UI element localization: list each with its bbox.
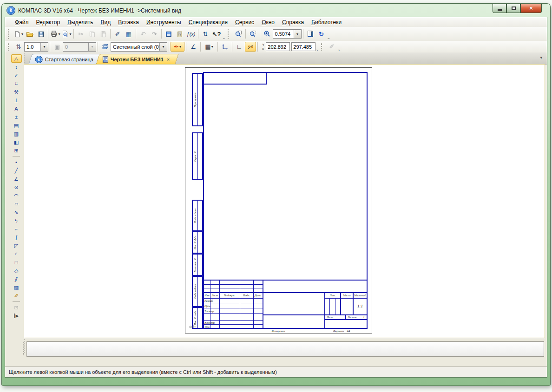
combo-arrow-icon[interactable]: ▾ bbox=[294, 30, 301, 38]
copy-button[interactable] bbox=[86, 29, 98, 39]
panel-geometry-button[interactable]: △ bbox=[11, 54, 22, 63]
menu-view[interactable]: Вид bbox=[98, 18, 114, 26]
close-button[interactable]: × bbox=[520, 4, 542, 13]
combo-arrow-icon[interactable]: ▾ bbox=[88, 43, 96, 51]
menu-editor[interactable]: Редактор bbox=[33, 18, 64, 26]
panel-measurements-button[interactable]: A bbox=[11, 105, 22, 113]
redo-button[interactable]: ↷ bbox=[149, 29, 160, 39]
local-frame-button[interactable]: ⊡ bbox=[11, 303, 22, 312]
new-document-button[interactable]: ▾ bbox=[13, 29, 24, 39]
maximize-button[interactable] bbox=[506, 4, 520, 13]
fillet-tool-button[interactable]: ◜ bbox=[11, 250, 22, 258]
fx-button[interactable]: ƒ(x) bbox=[185, 29, 197, 39]
tab-start-page[interactable]: К Стартовая страница bbox=[28, 54, 102, 64]
renumber-button[interactable]: ⇅ bbox=[200, 29, 211, 39]
circle-tool-button[interactable]: ⊙ bbox=[11, 183, 22, 191]
copy-properties-button[interactable]: ✐ bbox=[112, 29, 123, 39]
polygon-tool-button[interactable]: ◇ bbox=[11, 267, 22, 275]
panel-construction-button[interactable]: ⌗ bbox=[11, 79, 22, 88]
grid-button[interactable]: ▦ ▾ bbox=[202, 42, 216, 52]
snaps-button[interactable] bbox=[245, 42, 256, 52]
menu-libraries[interactable]: Библиотеки bbox=[308, 18, 345, 26]
drawing-sheet[interactable]: Перв. примен. Справ. № Подп. и дата Инв.… bbox=[185, 67, 372, 333]
hatch-lines-tool-button[interactable]: ∥ bbox=[11, 275, 22, 283]
panel-designations-button[interactable]: ✓ bbox=[11, 71, 22, 79]
panel-dimensions-button[interactable]: ↕ bbox=[11, 63, 22, 71]
refresh-view-button[interactable]: ↻ bbox=[316, 29, 327, 39]
menu-select[interactable]: Выделить bbox=[64, 18, 96, 26]
toolbar-overflow-icon[interactable]: ⌄ bbox=[327, 35, 331, 40]
panel-parametrization-button[interactable]: ⊥ bbox=[11, 96, 22, 105]
hatch-tool-button[interactable]: ▨ bbox=[11, 283, 22, 292]
menu-specification[interactable]: Спецификация bbox=[185, 18, 231, 26]
save-button[interactable] bbox=[35, 29, 46, 39]
property-bar[interactable] bbox=[26, 341, 544, 357]
menu-file[interactable]: Файл bbox=[12, 18, 32, 26]
menu-window[interactable]: Окно bbox=[258, 18, 278, 26]
title-block[interactable]: Изм Лист № докум. Подп. Дата Разраб. Про… bbox=[203, 280, 368, 329]
titlebar[interactable]: К КОМПАС-3D V16 x64 - Чертеж БЕЗ ИМЕНИ1 … bbox=[5, 4, 547, 17]
tab-list-dropdown-icon[interactable]: ▾ bbox=[540, 55, 542, 60]
open-document-button[interactable] bbox=[24, 29, 35, 39]
undo-button[interactable]: ↶ bbox=[138, 29, 149, 39]
line-style-button[interactable]: ✒ ▾ bbox=[171, 42, 184, 52]
cut-button[interactable]: ✂ bbox=[75, 29, 86, 39]
polyline-tool-button[interactable]: ∠ bbox=[11, 175, 22, 183]
combo-arrow-icon[interactable]: ▾ bbox=[159, 43, 167, 51]
toolbar-grip[interactable] bbox=[8, 43, 11, 51]
table-button[interactable]: ▦ bbox=[123, 29, 134, 39]
zoom-scale-combo[interactable]: 0.5074 ▾ bbox=[273, 29, 302, 39]
menu-insert[interactable]: Вставка bbox=[115, 18, 142, 26]
local-csys-button[interactable] bbox=[219, 42, 230, 52]
toolbar-overflow-icon[interactable]: ⌄ bbox=[337, 47, 341, 52]
calculator-button[interactable] bbox=[174, 29, 185, 39]
zoom-to-page-button[interactable] bbox=[233, 29, 244, 39]
connected-lines-tool-button[interactable]: ⌐ bbox=[11, 225, 22, 233]
combo-arrow-icon[interactable]: ▾ bbox=[40, 43, 48, 51]
panel-macro-button[interactable]: ⊞ bbox=[11, 146, 22, 155]
ellipse-tool-button[interactable]: ○ bbox=[11, 200, 22, 208]
panel-insertion-button[interactable]: ◧ bbox=[11, 138, 22, 146]
fill-tool-button[interactable]: ✐ bbox=[11, 292, 22, 300]
panel-expander[interactable]: ▶ bbox=[14, 314, 19, 318]
panel-specification-button[interactable]: ▤ bbox=[11, 121, 22, 130]
segment-tool-button[interactable]: ╱ bbox=[11, 166, 22, 175]
coordinate-y-input[interactable] bbox=[291, 42, 315, 51]
tab-drawing-document[interactable]: Чертеж БЕЗ ИМЕНИ1 × bbox=[96, 54, 179, 64]
angle-snap-button[interactable]: ∠ bbox=[188, 42, 199, 52]
spline-tool-button[interactable]: ∫ bbox=[11, 233, 22, 242]
print-preview-button[interactable]: ▾ bbox=[61, 29, 72, 39]
zoom-by-frame-button[interactable] bbox=[247, 29, 258, 39]
copies-combo[interactable]: 0 ▾ bbox=[63, 42, 96, 52]
layer-combo[interactable]: Системный слой (0) ▾ bbox=[111, 42, 167, 52]
toolbar-overflow-icon[interactable]: ⌄ bbox=[315, 47, 319, 52]
point-tool-button[interactable]: • bbox=[11, 158, 22, 166]
print-button[interactable]: ▾ bbox=[50, 29, 61, 39]
toolbar-grip[interactable] bbox=[321, 43, 324, 51]
toolbar-overflow-icon[interactable]: ⌄ bbox=[222, 35, 226, 40]
variables-button[interactable] bbox=[163, 29, 174, 39]
coordinate-x-input[interactable] bbox=[266, 42, 290, 51]
selection-filter-button[interactable]: ✐ bbox=[326, 42, 337, 52]
tab-close-icon[interactable]: × bbox=[167, 57, 170, 62]
layers-button[interactable] bbox=[99, 42, 111, 52]
paste-button[interactable] bbox=[98, 29, 109, 39]
cursor-step-combo[interactable]: 1.0 ▾ bbox=[24, 42, 48, 52]
context-help-button[interactable]: ↖? bbox=[211, 29, 222, 39]
arc-tool-button[interactable]: ◠ bbox=[11, 191, 22, 200]
panel-reports-button[interactable]: ▥ bbox=[11, 130, 22, 138]
panel-editing-button[interactable]: ⚒ bbox=[11, 88, 22, 96]
menu-help[interactable]: Справка bbox=[279, 18, 307, 26]
toolbar-grip[interactable] bbox=[228, 29, 231, 39]
rectangle-tool-button[interactable]: □ bbox=[11, 258, 22, 267]
menu-service[interactable]: Сервис bbox=[232, 18, 257, 26]
zoom-in-button[interactable] bbox=[262, 29, 273, 39]
minimize-button[interactable] bbox=[493, 4, 506, 13]
chamfer-tool-button[interactable]: ◸ bbox=[11, 242, 22, 250]
document-layout-button[interactable] bbox=[305, 29, 316, 39]
toolbar-grip[interactable] bbox=[8, 29, 11, 39]
menu-tools[interactable]: Инструменты bbox=[143, 18, 184, 26]
property-bar-grip[interactable] bbox=[23, 342, 24, 355]
ortho-button[interactable]: ∟ bbox=[234, 42, 245, 52]
panel-selection-button[interactable]: ± bbox=[11, 113, 22, 121]
